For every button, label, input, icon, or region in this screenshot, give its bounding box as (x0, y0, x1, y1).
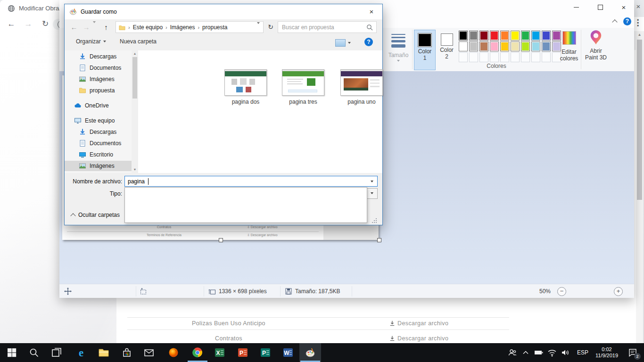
file-item[interactable]: pagina uno (337, 69, 386, 105)
palette-swatch[interactable] (479, 41, 488, 51)
dialog-close-icon[interactable]: × (363, 6, 380, 17)
breadcrumb-dropdown-icon[interactable] (257, 24, 263, 31)
sidebar-item-este-equipo[interactable]: Este equipo (65, 115, 132, 126)
color2-button[interactable]: Color 2 (437, 30, 457, 69)
reload-icon[interactable]: ↻ (40, 18, 51, 30)
palette-swatch[interactable] (459, 41, 468, 51)
taskbar-icon-paint[interactable] (305, 347, 316, 358)
taskbar-icon-chrome[interactable] (192, 347, 203, 358)
zoom-out-button[interactable]: − (557, 287, 566, 296)
up-icon[interactable]: ↑ (100, 21, 112, 33)
battery-icon[interactable] (534, 347, 544, 358)
taskbar-icon-firefox[interactable] (168, 347, 179, 358)
file-item[interactable]: pagina tres (279, 69, 328, 105)
palette-swatch[interactable] (511, 41, 520, 51)
color1-button[interactable]: Color 1 (414, 30, 436, 70)
sidebar-item-descargas[interactable]: Descargas (65, 51, 132, 62)
dialog-back-icon[interactable]: ← (68, 21, 80, 33)
dialog-resize-grip[interactable] (371, 217, 377, 223)
breadcrumb[interactable]: ›Este equipo›Imágenes›propuesta (116, 21, 264, 33)
maximize-button[interactable] (593, 3, 607, 11)
help-icon[interactable]: ? (364, 38, 373, 46)
search-icon[interactable] (366, 24, 373, 31)
taskbar-icon-word[interactable]: W (282, 347, 294, 358)
palette-swatch[interactable] (469, 41, 478, 51)
clock[interactable]: 0:02 11/9/2019 (592, 346, 621, 359)
palette-swatch[interactable] (531, 31, 540, 41)
organize-button[interactable]: Organizar (76, 38, 106, 45)
canvas-resize-handle-bottom[interactable] (219, 238, 223, 242)
zoom-in-button[interactable]: + (614, 287, 623, 296)
breadcrumb-item[interactable]: Imágenes (169, 24, 196, 31)
ribbon-collapse-icon[interactable] (613, 19, 618, 24)
canvas-resize-handle-corner[interactable] (377, 238, 381, 242)
forward-icon[interactable]: → (23, 18, 34, 30)
show-hidden-icons-chevron[interactable] (520, 347, 531, 358)
sidebar-scrollbar[interactable]: ▲ ▼ (132, 50, 138, 173)
palette-swatch-empty[interactable] (490, 52, 499, 62)
dialog-forward-icon[interactable]: → (81, 21, 92, 33)
history-chevron-icon[interactable] (91, 21, 98, 33)
people-icon[interactable] (507, 347, 518, 358)
palette-swatch-empty[interactable] (479, 52, 488, 62)
taskbar-icon-task-view[interactable] (51, 347, 62, 358)
wifi-icon[interactable] (547, 347, 557, 358)
scrollbar-thumb[interactable] (132, 57, 137, 99)
palette-swatch[interactable] (500, 41, 509, 51)
volume-icon[interactable] (560, 347, 570, 358)
scroll-down-icon[interactable]: ▼ (133, 168, 137, 172)
paint-help-icon[interactable]: ? (623, 17, 631, 25)
scroll-up-icon[interactable]: ▲ (133, 52, 137, 56)
palette-swatch[interactable] (490, 41, 499, 51)
close-button[interactable]: × (617, 3, 631, 11)
palette-swatch[interactable] (479, 31, 488, 41)
palette-swatch[interactable] (469, 31, 478, 41)
action-center-icon[interactable]: 2 (627, 347, 638, 358)
page-scrollbar[interactable]: ▲ (636, 31, 643, 343)
palette-swatch[interactable] (511, 31, 520, 41)
taskbar-icon-start[interactable] (6, 347, 17, 358)
palette-swatch[interactable] (521, 41, 530, 51)
chevron-down-icon[interactable] (371, 181, 373, 182)
sidebar-item-documentos[interactable]: Documentos (65, 138, 132, 148)
refresh-icon[interactable]: ↻ (265, 21, 276, 33)
back-icon[interactable]: ← (6, 18, 17, 30)
language-indicator[interactable]: ESP (577, 349, 588, 356)
breadcrumb-item[interactable]: Este equipo (132, 24, 164, 31)
taskbar-icon-powerpoint[interactable]: P (237, 347, 248, 358)
breadcrumb-item[interactable]: propuesta (201, 24, 228, 31)
taskbar-icon-store[interactable] (121, 347, 132, 358)
palette-swatch-empty[interactable] (511, 52, 520, 62)
palette-swatch[interactable] (521, 31, 530, 41)
palette-swatch[interactable] (531, 41, 540, 51)
palette-swatch-empty[interactable] (459, 52, 468, 62)
palette-swatch[interactable] (500, 31, 509, 41)
sidebar-item-propuesta[interactable]: propuesta (65, 85, 132, 96)
edit-colors-button[interactable]: Editar colores (558, 30, 580, 69)
open-paint3d-button[interactable]: Abrir Paint 3D (584, 29, 608, 70)
sidebar-item-documentos[interactable]: Documentos (65, 63, 132, 73)
download-link[interactable]: Descargar archivo (389, 320, 448, 327)
palette-swatch[interactable] (542, 31, 551, 41)
file-item[interactable]: pagina dos (221, 69, 270, 105)
palette-swatch-empty[interactable] (500, 52, 509, 62)
taskbar-icon-search[interactable] (28, 347, 40, 358)
palette-swatch[interactable] (542, 41, 551, 51)
scrollbar-thumb[interactable] (637, 40, 642, 200)
palette-swatch-empty[interactable] (521, 52, 530, 62)
palette-swatch[interactable] (459, 31, 468, 41)
browser-close-icon[interactable]: × (634, 2, 643, 11)
taskbar-icon-excel[interactable]: X (214, 347, 225, 358)
size-button[interactable]: Tamaño (387, 29, 410, 70)
minimize-button[interactable] (569, 3, 583, 11)
sidebar-item-onedrive[interactable]: OneDrive (65, 100, 132, 111)
sidebar-item-imágenes[interactable]: Imágenes (65, 74, 132, 84)
taskbar-icon-edge[interactable]: e (75, 347, 87, 358)
sidebar-item-imágenes[interactable]: Imágenes (65, 161, 132, 171)
taskbar-icon-mail[interactable] (143, 347, 155, 358)
filetype-dropdown-panel[interactable] (124, 187, 367, 223)
new-folder-button[interactable]: Nueva carpeta (120, 38, 157, 45)
taskbar-icon-file-explorer[interactable] (98, 347, 109, 358)
palette-swatch-empty[interactable] (542, 52, 551, 62)
search-box[interactable]: Buscar en propuesta (278, 21, 377, 33)
